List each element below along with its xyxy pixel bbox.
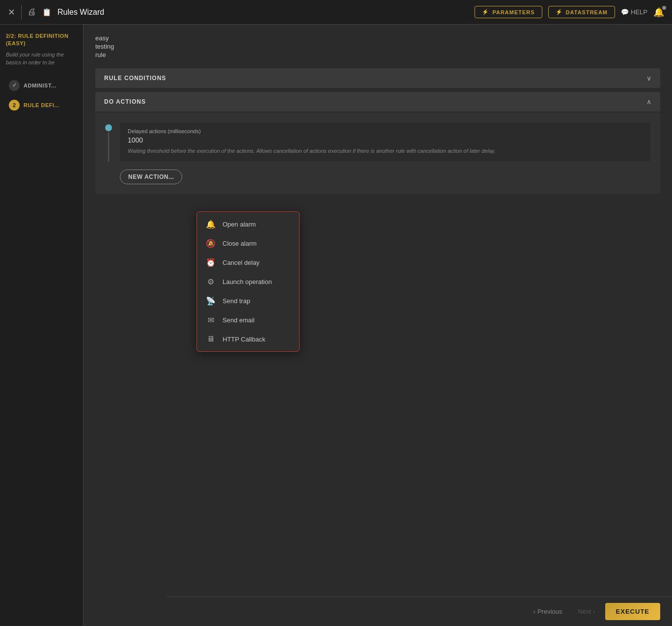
- previous-chevron-icon: ‹: [533, 608, 535, 615]
- sidebar: 2/2: RULE DEFINITION (EASY) Build your r…: [0, 25, 84, 626]
- sidebar-item-rule-def[interactable]: 2 RULE DEFI...: [6, 96, 77, 114]
- delayed-actions-hint: Waiting threshold before the execution o…: [128, 147, 643, 155]
- do-actions-header[interactable]: DO ACTIONS ∧: [95, 92, 660, 112]
- layout: 2/2: RULE DEFINITION (EASY) Build your r…: [0, 25, 672, 626]
- help-icon: 💬: [621, 8, 629, 16]
- rule-conditions-chevron: ∨: [646, 74, 651, 82]
- http-callback-label: HTTP Callback: [223, 336, 265, 343]
- datastream-icon: ⚡: [556, 9, 563, 15]
- sidebar-step-label: 2/2: RULE DEFINITION (EASY): [6, 32, 77, 48]
- close-alarm-label: Close alarm: [223, 240, 256, 247]
- timeline-dot: [105, 124, 112, 131]
- step2-label: RULE DEFI...: [24, 102, 59, 108]
- breadcrumb-tag3: rule: [95, 51, 660, 58]
- parameters-button[interactable]: ⚡ PARAMETERS: [475, 6, 542, 18]
- timeline-line: [105, 122, 112, 162]
- new-action-button[interactable]: NEW ACTION...: [120, 170, 182, 184]
- breadcrumb: easy testing rule: [95, 34, 660, 58]
- parameters-icon: ⚡: [482, 9, 489, 15]
- dropdown-item-open-alarm[interactable]: 🔔 Open alarm: [197, 215, 299, 234]
- notifications-icon[interactable]: 🔔: [653, 7, 664, 18]
- send-email-icon: ✉: [206, 315, 216, 325]
- dropdown-item-cancel-delay[interactable]: ⏰ Cancel delay: [197, 253, 299, 272]
- datastream-button[interactable]: ⚡ DATASTREAM: [548, 6, 615, 18]
- do-actions-title: DO ACTIONS: [104, 98, 146, 105]
- delayed-actions-label: Delayed actions (milliseconds): [128, 128, 643, 134]
- step1-label: ADMINIST...: [24, 83, 56, 88]
- previous-button[interactable]: ‹ Previous: [528, 604, 568, 619]
- notification-badge: [662, 6, 666, 10]
- send-trap-label: Send trap: [223, 297, 250, 305]
- dropdown-item-send-trap[interactable]: 📡 Send trap: [197, 291, 299, 311]
- main-content: easy testing rule RULE CONDITIONS ∨ DO A…: [84, 25, 672, 626]
- http-callback-icon: 🖥: [206, 335, 216, 343]
- dropdown-item-http-callback[interactable]: 🖥 HTTP Callback: [197, 330, 299, 348]
- execute-button[interactable]: EXECUTE: [605, 603, 660, 620]
- next-button[interactable]: Next ›: [572, 604, 601, 619]
- breadcrumb-tag1: easy: [95, 34, 660, 42]
- delayed-actions-box: Delayed actions (milliseconds) 1000 Wait…: [120, 122, 650, 161]
- timeline-connector: [108, 132, 109, 162]
- dropdown-item-close-alarm[interactable]: 🔕 Close alarm: [197, 234, 299, 253]
- sidebar-item-administer[interactable]: ✓ ADMINIST...: [6, 77, 77, 94]
- step1-circle: ✓: [9, 80, 20, 91]
- open-alarm-label: Open alarm: [223, 221, 256, 228]
- footer: ‹ Previous Next › EXECUTE: [167, 597, 672, 626]
- header-divider: [21, 5, 22, 20]
- send-email-label: Send email: [223, 316, 254, 324]
- app-title: Rules Wizard: [57, 8, 104, 17]
- do-actions-chevron: ∧: [646, 98, 651, 106]
- close-icon[interactable]: ✕: [8, 7, 15, 18]
- breadcrumb-tag2: testing: [95, 43, 660, 50]
- send-trap-icon: 📡: [206, 296, 216, 306]
- cancel-delay-icon: ⏰: [206, 258, 216, 267]
- launch-operation-label: Launch operation: [223, 278, 272, 285]
- timeline-row: Delayed actions (milliseconds) 1000 Wait…: [105, 122, 650, 162]
- step2-circle: 2: [9, 100, 20, 111]
- rule-conditions-title: RULE CONDITIONS: [104, 75, 166, 82]
- dropdown-item-send-email[interactable]: ✉ Send email: [197, 311, 299, 330]
- open-alarm-icon: 🔔: [206, 220, 216, 229]
- header: ✕ 🖨 📋 Rules Wizard ⚡ PARAMETERS ⚡ DATAST…: [0, 0, 672, 25]
- next-chevron-icon: ›: [593, 608, 595, 615]
- rule-conditions-header[interactable]: RULE CONDITIONS ∨: [95, 68, 660, 88]
- close-alarm-icon: 🔕: [206, 239, 216, 248]
- print-icon[interactable]: 🖨: [28, 7, 36, 17]
- sidebar-description: Build your rule using the basics in orde…: [6, 51, 77, 67]
- cancel-delay-label: Cancel delay: [223, 259, 259, 266]
- launch-operation-icon: ⚙: [206, 277, 216, 286]
- save-icon[interactable]: 📋: [42, 8, 52, 17]
- help-button[interactable]: 💬 HELP: [621, 8, 647, 16]
- delayed-actions-value: 1000: [128, 136, 643, 144]
- dropdown-item-launch-operation[interactable]: ⚙ Launch operation: [197, 272, 299, 291]
- do-actions-content: Delayed actions (milliseconds) 1000 Wait…: [95, 113, 660, 194]
- new-action-dropdown: 🔔 Open alarm 🔕 Close alarm ⏰ Cancel dela…: [196, 211, 300, 352]
